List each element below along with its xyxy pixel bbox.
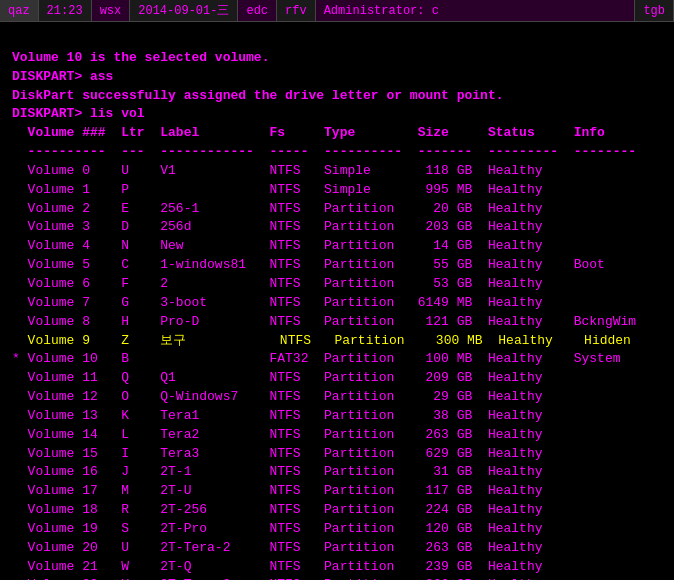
- terminal-line: Volume 13 K Tera1 NTFS Partition 38 GB H…: [12, 407, 662, 426]
- terminal-line: Volume 19 S 2T-Pro NTFS Partition 120 GB…: [12, 520, 662, 539]
- taskbar-rfv[interactable]: rfv: [277, 0, 316, 21]
- taskbar-wsx[interactable]: wsx: [92, 0, 131, 21]
- terminal-line: Volume 18 R 2T-256 NTFS Partition 224 GB…: [12, 501, 662, 520]
- terminal-line: DISKPART> ass: [12, 68, 662, 87]
- taskbar-edc[interactable]: edc: [238, 0, 277, 21]
- terminal-line: Volume 5 C 1-windows81 NTFS Partition 55…: [12, 256, 662, 275]
- terminal-line: Volume 11 Q Q1 NTFS Partition 209 GB Hea…: [12, 369, 662, 388]
- terminal-line: Volume 20 U 2T-Tera-2 NTFS Partition 263…: [12, 539, 662, 558]
- terminal-line: DISKPART> lis vol: [12, 105, 662, 124]
- terminal-line: * Volume 10 B FAT32 Partition 100 MB Hea…: [12, 350, 662, 369]
- terminal-line: Volume 22 Y 2T-Tera-3 NTFS Partition 866…: [12, 576, 662, 580]
- terminal-line: Volume 1 P NTFS Simple 995 MB Healthy: [12, 181, 662, 200]
- terminal-line: Volume 2 E 256-1 NTFS Partition 20 GB He…: [12, 200, 662, 219]
- terminal-line: DiskPart successfully assigned the drive…: [12, 87, 662, 106]
- terminal-line: Volume 9 Z 보구 NTFS Partition 300 MB Heal…: [12, 332, 662, 351]
- terminal-output: Volume 10 is the selected volume.DISKPAR…: [0, 22, 674, 580]
- taskbar-date[interactable]: 2014-09-01-三: [130, 0, 238, 21]
- taskbar: qaz 21:23 wsx 2014-09-01-三 edc rfv Admin…: [0, 0, 674, 22]
- terminal-line: Volume 16 J 2T-1 NTFS Partition 31 GB He…: [12, 463, 662, 482]
- taskbar-tgb[interactable]: tgb: [635, 0, 674, 21]
- taskbar-admin[interactable]: Administrator: c: [316, 0, 636, 21]
- taskbar-time[interactable]: 21:23: [39, 0, 92, 21]
- terminal-line: Volume 14 L Tera2 NTFS Partition 263 GB …: [12, 426, 662, 445]
- terminal-line: Volume ### Ltr Label Fs Type Size Status…: [12, 124, 662, 143]
- taskbar-qaz[interactable]: qaz: [0, 0, 39, 21]
- terminal-line: Volume 0 U V1 NTFS Simple 118 GB Healthy: [12, 162, 662, 181]
- terminal-line: Volume 21 W 2T-Q NTFS Partition 239 GB H…: [12, 558, 662, 577]
- terminal-line: ---------- --- ------------ ----- ------…: [12, 143, 662, 162]
- terminal-line: Volume 10 is the selected volume.: [12, 49, 662, 68]
- terminal-line: Volume 15 I Tera3 NTFS Partition 629 GB …: [12, 445, 662, 464]
- terminal-line: Volume 7 G 3-boot NTFS Partition 6149 MB…: [12, 294, 662, 313]
- terminal-line: Volume 12 O Q-Windows7 NTFS Partition 29…: [12, 388, 662, 407]
- terminal-line: Volume 6 F 2 NTFS Partition 53 GB Health…: [12, 275, 662, 294]
- terminal-line: Volume 17 M 2T-U NTFS Partition 117 GB H…: [12, 482, 662, 501]
- terminal-line: Volume 3 D 256d NTFS Partition 203 GB He…: [12, 218, 662, 237]
- terminal-line: Volume 4 N New NTFS Partition 14 GB Heal…: [12, 237, 662, 256]
- terminal-line: Volume 8 H Pro-D NTFS Partition 121 GB H…: [12, 313, 662, 332]
